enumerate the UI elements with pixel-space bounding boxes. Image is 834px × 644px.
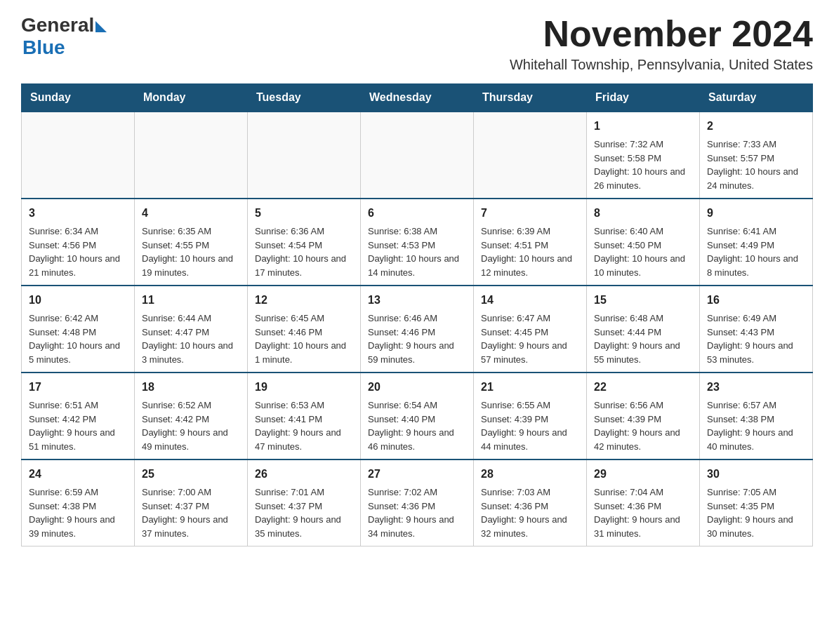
weekday-header-friday: Friday: [587, 84, 700, 112]
day-info: Sunrise: 6:53 AM: [255, 398, 353, 412]
day-info: Daylight: 10 hours and 17 minutes.: [255, 252, 353, 279]
day-info: Sunrise: 7:04 AM: [594, 485, 692, 499]
day-info: Sunrise: 6:34 AM: [29, 224, 127, 239]
calendar-week-2: 3Sunrise: 6:34 AMSunset: 4:56 PMDaylight…: [22, 199, 813, 286]
day-info: Daylight: 10 hours and 12 minutes.: [481, 252, 579, 279]
day-number: 8: [594, 205, 692, 222]
weekday-header-wednesday: Wednesday: [361, 84, 474, 112]
calendar-cell: 3Sunrise: 6:34 AMSunset: 4:56 PMDaylight…: [22, 199, 135, 286]
day-info: Daylight: 9 hours and 42 minutes.: [594, 426, 692, 453]
calendar-cell: 13Sunrise: 6:46 AMSunset: 4:46 PMDayligh…: [361, 286, 474, 373]
day-info: Sunset: 4:48 PM: [29, 326, 127, 340]
day-info: Sunrise: 6:42 AM: [29, 311, 127, 326]
day-number: 25: [142, 466, 240, 483]
day-info: Sunrise: 6:57 AM: [707, 398, 805, 412]
calendar-table: SundayMondayTuesdayWednesdayThursdayFrid…: [21, 83, 813, 546]
calendar-cell: 7Sunrise: 6:39 AMSunset: 4:51 PMDaylight…: [474, 199, 587, 286]
day-number: 24: [29, 466, 127, 483]
day-info: Daylight: 9 hours and 32 minutes.: [481, 513, 579, 540]
day-info: Sunset: 4:40 PM: [368, 412, 466, 427]
calendar-cell: 25Sunrise: 7:00 AMSunset: 4:37 PMDayligh…: [135, 459, 248, 546]
calendar-cell: 21Sunrise: 6:55 AMSunset: 4:39 PMDayligh…: [474, 373, 587, 459]
calendar-cell: 11Sunrise: 6:44 AMSunset: 4:47 PMDayligh…: [135, 286, 248, 373]
day-info: Sunrise: 6:35 AM: [142, 224, 240, 239]
calendar-cell: 23Sunrise: 6:57 AMSunset: 4:38 PMDayligh…: [700, 373, 813, 459]
day-number: 23: [707, 379, 805, 396]
logo: General Blue: [21, 14, 107, 59]
day-number: 7: [481, 205, 579, 222]
day-number: 10: [29, 292, 127, 309]
day-info: Daylight: 9 hours and 46 minutes.: [368, 426, 466, 453]
day-info: Sunrise: 6:36 AM: [255, 224, 353, 239]
day-info: Sunset: 4:50 PM: [594, 239, 692, 253]
day-info: Daylight: 10 hours and 21 minutes.: [29, 252, 127, 279]
calendar-cell: 24Sunrise: 6:59 AMSunset: 4:38 PMDayligh…: [22, 459, 135, 546]
calendar-cell: 15Sunrise: 6:48 AMSunset: 4:44 PMDayligh…: [587, 286, 700, 373]
day-info: Sunrise: 7:33 AM: [707, 137, 805, 152]
calendar-cell: [135, 112, 248, 199]
day-info: Daylight: 9 hours and 44 minutes.: [481, 426, 579, 453]
day-info: Daylight: 9 hours and 34 minutes.: [368, 513, 466, 540]
day-number: 30: [707, 466, 805, 483]
day-info: Daylight: 10 hours and 26 minutes.: [594, 165, 692, 192]
day-info: Sunset: 4:46 PM: [255, 326, 353, 340]
day-info: Sunrise: 7:03 AM: [481, 485, 579, 499]
day-info: Sunset: 4:36 PM: [481, 499, 579, 514]
day-info: Daylight: 9 hours and 30 minutes.: [707, 513, 805, 540]
calendar-cell: 20Sunrise: 6:54 AMSunset: 4:40 PMDayligh…: [361, 373, 474, 459]
calendar-cell: 1Sunrise: 7:32 AMSunset: 5:58 PMDaylight…: [587, 112, 700, 199]
weekday-header-tuesday: Tuesday: [248, 84, 361, 112]
weekday-header-monday: Monday: [135, 84, 248, 112]
day-info: Daylight: 10 hours and 10 minutes.: [594, 252, 692, 279]
logo-arrow-icon: [95, 21, 107, 32]
day-info: Sunrise: 6:54 AM: [368, 398, 466, 412]
day-info: Sunset: 4:51 PM: [481, 239, 579, 253]
day-info: Sunset: 4:55 PM: [142, 239, 240, 253]
day-info: Sunset: 4:56 PM: [29, 239, 127, 253]
day-info: Sunrise: 6:40 AM: [594, 224, 692, 239]
day-info: Daylight: 9 hours and 59 minutes.: [368, 339, 466, 366]
page-header: General Blue November 2024 Whitehall Tow…: [21, 14, 813, 73]
day-info: Sunset: 5:57 PM: [707, 152, 805, 166]
day-info: Sunrise: 6:59 AM: [29, 485, 127, 499]
day-info: Daylight: 10 hours and 24 minutes.: [707, 165, 805, 192]
day-info: Sunset: 4:36 PM: [594, 499, 692, 514]
day-info: Sunset: 4:36 PM: [368, 499, 466, 514]
day-number: 19: [255, 379, 353, 396]
day-info: Daylight: 9 hours and 47 minutes.: [255, 426, 353, 453]
location-subtitle: Whitehall Township, Pennsylvania, United…: [510, 57, 813, 73]
day-info: Sunrise: 6:38 AM: [368, 224, 466, 239]
day-info: Daylight: 9 hours and 39 minutes.: [29, 513, 127, 540]
calendar-cell: [474, 112, 587, 199]
day-number: 6: [368, 205, 466, 222]
calendar-cell: [248, 112, 361, 199]
calendar-cell: 9Sunrise: 6:41 AMSunset: 4:49 PMDaylight…: [700, 199, 813, 286]
day-number: 26: [255, 466, 353, 483]
day-number: 13: [368, 292, 466, 309]
day-info: Sunset: 4:53 PM: [368, 239, 466, 253]
day-number: 21: [481, 379, 579, 396]
day-info: Sunrise: 6:47 AM: [481, 311, 579, 326]
calendar-header: SundayMondayTuesdayWednesdayThursdayFrid…: [22, 84, 813, 112]
day-info: Sunrise: 6:39 AM: [481, 224, 579, 239]
day-number: 11: [142, 292, 240, 309]
day-info: Sunset: 4:43 PM: [707, 326, 805, 340]
day-number: 18: [142, 379, 240, 396]
day-info: Sunrise: 6:55 AM: [481, 398, 579, 412]
day-info: Sunset: 4:42 PM: [142, 412, 240, 427]
day-info: Sunset: 4:39 PM: [594, 412, 692, 427]
day-number: 15: [594, 292, 692, 309]
day-number: 3: [29, 205, 127, 222]
calendar-cell: 17Sunrise: 6:51 AMSunset: 4:42 PMDayligh…: [22, 373, 135, 459]
calendar-cell: [22, 112, 135, 199]
day-number: 4: [142, 205, 240, 222]
day-info: Sunset: 4:35 PM: [707, 499, 805, 514]
day-info: Sunrise: 6:52 AM: [142, 398, 240, 412]
day-info: Sunset: 4:38 PM: [29, 499, 127, 514]
title-section: November 2024 Whitehall Township, Pennsy…: [510, 14, 813, 73]
day-number: 9: [707, 205, 805, 222]
logo-blue: Blue: [22, 36, 65, 58]
day-info: Sunrise: 7:05 AM: [707, 485, 805, 499]
calendar-body: 1Sunrise: 7:32 AMSunset: 5:58 PMDaylight…: [22, 112, 813, 546]
calendar-cell: 29Sunrise: 7:04 AMSunset: 4:36 PMDayligh…: [587, 459, 700, 546]
